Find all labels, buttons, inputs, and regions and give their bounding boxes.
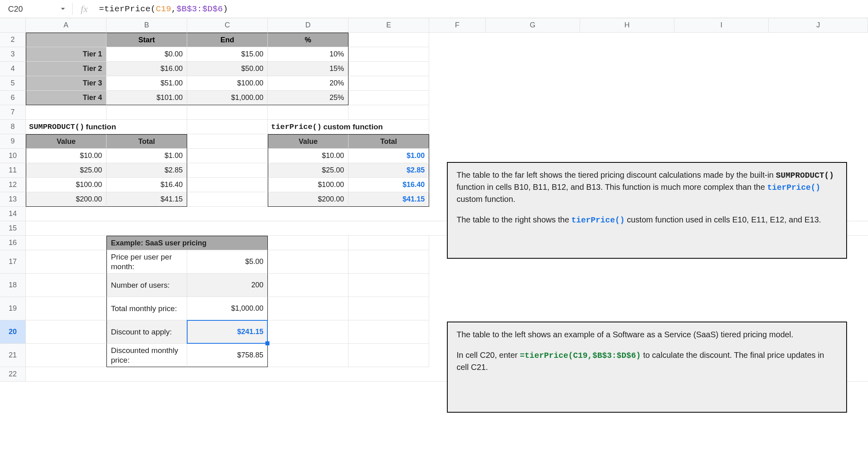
- tier-pct-header[interactable]: %: [268, 33, 348, 47]
- tier1-start[interactable]: $0.00: [106, 47, 187, 62]
- cell-H6[interactable]: [580, 91, 674, 105]
- row-header-10[interactable]: 10: [0, 149, 26, 163]
- cell-H2[interactable]: [580, 33, 674, 47]
- cell-B7[interactable]: [106, 105, 187, 120]
- cell-E16[interactable]: [348, 236, 429, 250]
- tier3-end[interactable]: $100.00: [187, 76, 268, 91]
- right-tot-11[interactable]: $2.85: [348, 163, 429, 178]
- cell-A21[interactable]: [26, 344, 106, 367]
- cell-I2[interactable]: [674, 33, 769, 47]
- cell-C10[interactable]: [187, 149, 268, 163]
- cell-I8[interactable]: [674, 120, 769, 134]
- sumproduct-title[interactable]: SUMPRODUCT() function: [26, 120, 187, 134]
- tier1-name[interactable]: Tier 1: [26, 47, 106, 62]
- cell-I4[interactable]: [674, 62, 769, 76]
- cell-H5[interactable]: [580, 76, 674, 91]
- cell-F5[interactable]: [429, 76, 486, 91]
- row-header-4[interactable]: 4: [0, 62, 26, 76]
- tier2-start[interactable]: $16.00: [106, 62, 187, 76]
- tier4-name[interactable]: Tier 4: [26, 91, 106, 105]
- cell-E17[interactable]: [348, 250, 429, 274]
- cell-G5[interactable]: [486, 76, 580, 91]
- cell-E7[interactable]: [348, 105, 429, 120]
- saas-value-21[interactable]: $758.85: [187, 344, 268, 367]
- tier4-end[interactable]: $1,000.00: [187, 91, 268, 105]
- cell-I5[interactable]: [674, 76, 769, 91]
- cell-E21[interactable]: [348, 344, 429, 367]
- cell-A19[interactable]: [26, 297, 106, 320]
- row-header-13[interactable]: 13: [0, 192, 26, 207]
- cell-E19[interactable]: [348, 297, 429, 320]
- cell-G4[interactable]: [486, 62, 580, 76]
- cell-J3[interactable]: [769, 47, 868, 62]
- right-val-11[interactable]: $25.00: [268, 163, 348, 178]
- cell-I3[interactable]: [674, 47, 769, 62]
- cell-A16[interactable]: [26, 236, 106, 250]
- right-value-header[interactable]: Value: [268, 134, 348, 149]
- cell-J2[interactable]: [769, 33, 868, 47]
- row-header-16[interactable]: 16: [0, 236, 26, 250]
- right-total-header[interactable]: Total: [348, 134, 429, 149]
- saas-value-17[interactable]: $5.00: [187, 250, 268, 274]
- col-header-A[interactable]: A: [26, 18, 106, 33]
- cell-F19plus[interactable]: [429, 297, 868, 320]
- tier4-start[interactable]: $101.00: [106, 91, 187, 105]
- col-header-H[interactable]: H: [580, 18, 674, 33]
- left-tot-11[interactable]: $2.85: [106, 163, 187, 178]
- cell-H7[interactable]: [580, 105, 674, 120]
- left-val-10[interactable]: $10.00: [26, 149, 106, 163]
- cell-F8[interactable]: [429, 120, 486, 134]
- chevron-down-icon[interactable]: [61, 8, 65, 10]
- col-header-G[interactable]: G: [486, 18, 580, 33]
- cell-E6[interactable]: [348, 91, 429, 105]
- saas-label-17[interactable]: Price per user per month:: [106, 250, 187, 274]
- cell-I10[interactable]: [674, 149, 769, 163]
- formula-input[interactable]: =tierPrice(C19,$B$3:$D$6): [93, 4, 865, 14]
- right-tot-12[interactable]: $16.40: [348, 178, 429, 192]
- tier-end-header[interactable]: End: [187, 33, 268, 47]
- cell-G8[interactable]: [486, 120, 580, 134]
- row-header-20[interactable]: 20: [0, 320, 26, 344]
- cell-F9[interactable]: [429, 134, 486, 149]
- row-header-14[interactable]: 14: [0, 207, 26, 221]
- cell-C12[interactable]: [187, 178, 268, 192]
- cell-J9[interactable]: [769, 134, 868, 149]
- saas-value-20[interactable]: $241.15: [187, 320, 268, 344]
- row-header-21[interactable]: 21: [0, 344, 26, 367]
- col-header-J[interactable]: J: [769, 18, 868, 33]
- select-all-corner[interactable]: [0, 18, 26, 33]
- tierprice-title[interactable]: tierPrice() custom function: [268, 120, 429, 134]
- cell-G6[interactable]: [486, 91, 580, 105]
- row-header-5[interactable]: 5: [0, 76, 26, 91]
- tier3-pct[interactable]: 20%: [268, 76, 348, 91]
- row-header-11[interactable]: 11: [0, 163, 26, 178]
- cell-D16[interactable]: [268, 236, 348, 250]
- cell-C13[interactable]: [187, 192, 268, 207]
- cell-F18plus[interactable]: [429, 274, 868, 297]
- left-total-header[interactable]: Total: [106, 134, 187, 149]
- cell-D7[interactable]: [268, 105, 348, 120]
- cell-G9[interactable]: [486, 134, 580, 149]
- cell-I9[interactable]: [674, 134, 769, 149]
- cell-F6[interactable]: [429, 91, 486, 105]
- cell-F2[interactable]: [429, 33, 486, 47]
- cell-D18[interactable]: [268, 274, 348, 297]
- row-header-6[interactable]: 6: [0, 91, 26, 105]
- cell-H8[interactable]: [580, 120, 674, 134]
- cell-E2[interactable]: [348, 33, 429, 47]
- left-val-12[interactable]: $100.00: [26, 178, 106, 192]
- cell-H4[interactable]: [580, 62, 674, 76]
- cell-J6[interactable]: [769, 91, 868, 105]
- cell-E20[interactable]: [348, 320, 429, 344]
- cell-I7[interactable]: [674, 105, 769, 120]
- cell-G7[interactable]: [486, 105, 580, 120]
- cell-H3[interactable]: [580, 47, 674, 62]
- left-val-13[interactable]: $200.00: [26, 192, 106, 207]
- row-header-3[interactable]: 3: [0, 47, 26, 62]
- cell-A7[interactable]: [26, 105, 106, 120]
- cell-F7[interactable]: [429, 105, 486, 120]
- tier2-pct[interactable]: 15%: [268, 62, 348, 76]
- saas-label-19[interactable]: Total monthly price:: [106, 297, 187, 320]
- cell-D21[interactable]: [268, 344, 348, 367]
- left-tot-10[interactable]: $1.00: [106, 149, 187, 163]
